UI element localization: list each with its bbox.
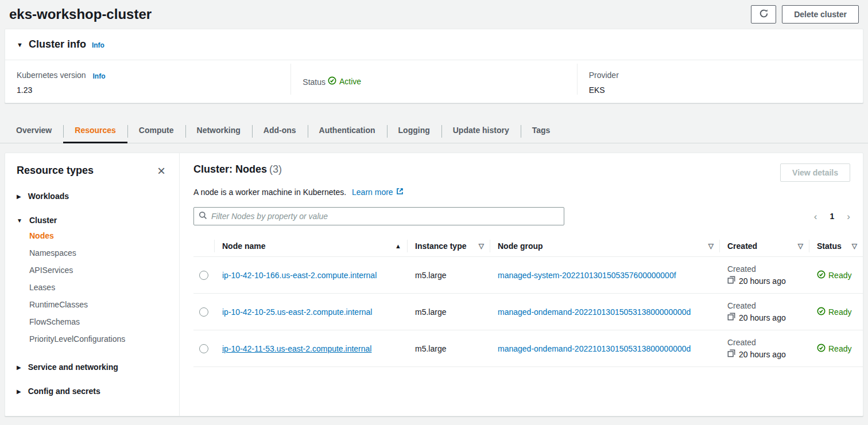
collapse-caret-icon: ▼ xyxy=(17,41,23,48)
tab-authentication[interactable]: Authentication xyxy=(308,117,387,143)
status-value: Active xyxy=(328,76,361,87)
tab-resources[interactable]: Resources xyxy=(63,117,127,143)
sidebar-item-apiservices[interactable]: APIServices xyxy=(29,262,168,279)
sidebar-group-label: Workloads xyxy=(28,192,69,201)
check-circle-icon xyxy=(328,76,336,87)
resource-types-header: Resource types × xyxy=(17,165,168,177)
header-actions: Delete cluster xyxy=(751,5,859,24)
column-header-node-name[interactable]: Node name ▲ xyxy=(214,236,407,257)
tab-tags[interactable]: Tags xyxy=(521,117,562,143)
sortable-icon: ▽ xyxy=(479,242,484,250)
filter-row: ‹ 1 › xyxy=(193,207,850,225)
kubernetes-version-label: Kubernetes version xyxy=(17,71,86,80)
sidebar-item-flowschemas[interactable]: FlowSchemas xyxy=(29,313,168,330)
copy-icon[interactable] xyxy=(727,349,735,359)
page-number[interactable]: 1 xyxy=(830,212,835,221)
node-name-cell: ip-10-42-10-25.us-east-2.compute.interna… xyxy=(214,294,407,330)
node-name-cell: ip-10-42-11-53.us-east-2.compute.interna… xyxy=(214,330,407,367)
status-cell: Ready xyxy=(809,257,863,294)
column-header-node-group[interactable]: Node group ▽ xyxy=(490,236,719,257)
cluster-info-card: ▼ Cluster info Info Kubernetes version I… xyxy=(5,29,863,103)
previous-page-icon[interactable]: ‹ xyxy=(814,212,817,221)
copy-icon[interactable] xyxy=(727,313,735,322)
filter-nodes-input[interactable] xyxy=(211,212,559,221)
node-group-link[interactable]: managed-system-2022101301505357600000000… xyxy=(498,271,676,280)
sidebar-group-workloads-toggle[interactable]: ▶ Workloads xyxy=(17,192,168,201)
node-group-cell: managed-ondemand-20221013015053138000000… xyxy=(490,330,719,367)
check-circle-icon xyxy=(817,344,826,354)
provider-value: EKS xyxy=(589,85,851,95)
node-name-link[interactable]: ip-10-42-10-166.us-east-2.compute.intern… xyxy=(222,271,377,280)
kubernetes-version-info-link[interactable]: Info xyxy=(93,72,106,80)
sidebar-group-service-networking-toggle[interactable]: ▶ Service and networking xyxy=(17,362,168,372)
node-name-cell: ip-10-42-10-166.us-east-2.compute.intern… xyxy=(214,257,407,294)
tab-overview[interactable]: Overview xyxy=(5,117,63,143)
sidebar-item-runtimeclasses[interactable]: RuntimeClasses xyxy=(29,296,168,313)
chevron-right-icon: ▶ xyxy=(17,364,21,371)
resource-types-panel: Resource types × ▶ Workloads ▼ Cluster N… xyxy=(5,153,180,416)
column-label: Node group xyxy=(498,241,543,251)
column-label: Status xyxy=(817,241,842,251)
sidebar-group-cluster-toggle[interactable]: ▼ Cluster xyxy=(17,216,168,225)
created-value: 20 hours ago xyxy=(739,313,786,322)
external-link-icon xyxy=(396,188,404,197)
table-row-select xyxy=(193,294,214,330)
cluster-info-header[interactable]: ▼ Cluster info Info xyxy=(5,29,863,60)
sidebar-group-config-secrets-toggle[interactable]: ▶ Config and secrets xyxy=(17,387,168,396)
learn-more-link[interactable]: Learn more xyxy=(352,188,404,197)
column-header-status[interactable]: Status ▽ xyxy=(809,236,863,257)
node-group-link[interactable]: managed-ondemand-20221013015053138000000… xyxy=(498,344,691,353)
column-label: Created xyxy=(727,241,757,251)
sortable-icon: ▽ xyxy=(852,242,857,250)
nodes-panel-title: Cluster: Nodes xyxy=(193,163,267,175)
resources-content-card: Resource types × ▶ Workloads ▼ Cluster N… xyxy=(5,153,863,416)
kubernetes-version-field: Kubernetes version Info 1.23 xyxy=(5,64,290,95)
sidebar-item-nodes[interactable]: Nodes xyxy=(29,227,168,244)
nodes-description: A node is a worker machine in Kubernetes… xyxy=(193,188,863,197)
tab-compute[interactable]: Compute xyxy=(127,117,185,143)
check-circle-icon xyxy=(817,307,826,317)
resource-types-title: Resource types xyxy=(17,165,94,177)
delete-cluster-button[interactable]: Delete cluster xyxy=(782,5,859,24)
created-cell: Created 20 hours ago xyxy=(719,257,809,294)
next-page-icon[interactable]: › xyxy=(847,212,850,221)
refresh-button[interactable] xyxy=(751,5,776,24)
instance-type-cell: m5.large xyxy=(407,330,490,367)
created-value: 20 hours ago xyxy=(739,276,786,286)
learn-more-label: Learn more xyxy=(352,188,393,197)
sidebar-item-leases[interactable]: Leases xyxy=(29,279,168,296)
row-radio-button[interactable] xyxy=(199,344,208,353)
refresh-icon xyxy=(759,9,769,20)
node-name-link[interactable]: ip-10-42-10-25.us-east-2.compute.interna… xyxy=(222,307,372,317)
view-details-button[interactable]: View details xyxy=(780,163,850,182)
row-radio-button[interactable] xyxy=(199,271,208,280)
column-label: Instance type xyxy=(415,241,466,251)
row-radio-button[interactable] xyxy=(199,307,208,317)
sidebar-item-namespaces[interactable]: Namespaces xyxy=(29,244,168,262)
nodes-panel-header: Cluster: Nodes (3) View details xyxy=(193,163,850,182)
sidebar-item-prioritylevelconfigurations[interactable]: PriorityLevelConfigurations xyxy=(29,330,168,348)
node-group-link[interactable]: managed-ondemand-20221013015053138000000… xyxy=(498,307,691,317)
status-ready: Ready xyxy=(817,344,851,354)
check-circle-icon xyxy=(817,270,826,280)
sidebar-group-config-secrets: ▶ Config and secrets xyxy=(17,387,168,396)
tab-logging[interactable]: Logging xyxy=(387,117,441,143)
tab-update-history[interactable]: Update history xyxy=(441,117,521,143)
table-row-select xyxy=(193,330,214,367)
copy-icon[interactable] xyxy=(727,276,735,286)
column-label: Node name xyxy=(222,241,265,251)
status-text: Ready xyxy=(828,344,851,353)
cluster-info-info-link[interactable]: Info xyxy=(92,41,104,49)
node-group-cell: managed-system-2022101301505357600000000… xyxy=(490,257,719,294)
tab-add-ons[interactable]: Add-ons xyxy=(252,117,308,143)
created-label: Created xyxy=(727,301,756,310)
kubernetes-version-value: 1.23 xyxy=(17,85,279,95)
node-name-link[interactable]: ip-10-42-11-53.us-east-2.compute.interna… xyxy=(222,344,371,353)
column-header-instance-type[interactable]: Instance type ▽ xyxy=(407,236,490,257)
chevron-right-icon: ▶ xyxy=(17,193,21,200)
sortable-icon: ▽ xyxy=(798,242,803,250)
cluster-info-title: Cluster info xyxy=(29,38,86,50)
column-header-created[interactable]: Created ▽ xyxy=(719,236,809,257)
tab-networking[interactable]: Networking xyxy=(185,117,252,143)
close-icon[interactable]: × xyxy=(155,166,168,176)
